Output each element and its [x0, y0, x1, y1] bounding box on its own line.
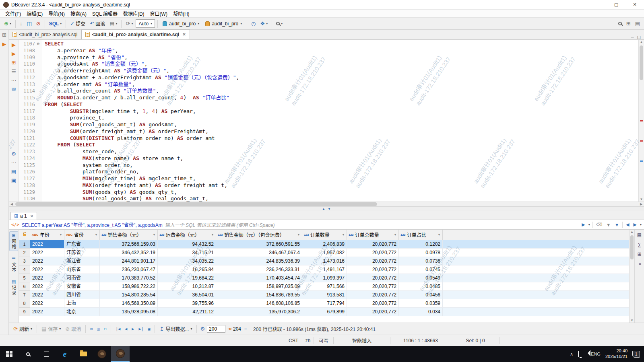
refresh-mode-button[interactable]: ⟳ ▾: [124, 20, 134, 27]
cell[interactable]: 154,800,285.54: [100, 291, 158, 299]
fold-marker-icon[interactable]: [35, 74, 41, 81]
cell[interactable]: 0.034: [399, 308, 443, 316]
apply-filter-icon[interactable]: ▶: [581, 222, 586, 227]
cell[interactable]: 2022: [30, 265, 64, 274]
code-line[interactable]: a.order_amt AS "订单数量",: [45, 81, 638, 88]
editor-vertical-scrollbar[interactable]: ▲ ▼: [638, 40, 644, 202]
cell[interactable]: 170,383,770.52: [100, 274, 158, 282]
database-selector[interactable]: audit_bi_pro ▾: [203, 19, 244, 28]
cell[interactable]: 山东省: [64, 265, 100, 274]
cell[interactable]: 20,020,772: [347, 265, 399, 274]
first-row-icon[interactable]: |◀: [114, 327, 122, 331]
fold-marker-icon[interactable]: [35, 175, 41, 182]
cell[interactable]: 36,504.01: [158, 291, 216, 299]
fold-marker-icon[interactable]: [35, 81, 41, 88]
close-tab-icon[interactable]: ✕: [182, 32, 186, 37]
cell[interactable]: 江苏省: [64, 249, 100, 257]
column-filter-icon[interactable]: ▼: [342, 233, 345, 237]
cell[interactable]: 146,608,106.85: [216, 299, 302, 308]
fold-marker-icon[interactable]: [35, 162, 41, 169]
scroll-left-icon[interactable]: ◀: [9, 202, 14, 206]
last-row-icon[interactable]: ▶|: [137, 327, 144, 331]
editor-horizontal-scrollbar[interactable]: ◀ ▶: [9, 202, 644, 206]
cell[interactable]: 安徽省: [64, 282, 100, 291]
cell[interactable]: 0.0359: [399, 299, 443, 308]
fold-marker-icon[interactable]: [35, 169, 41, 175]
column-header-8[interactable]: 123订单占比▼: [399, 230, 443, 240]
cell[interactable]: 20,020,772: [347, 308, 399, 316]
presentation-tab-2[interactable]: ☰文本: [10, 255, 18, 274]
scrollbar-track[interactable]: [14, 202, 638, 206]
output-panel-icon[interactable]: ▤: [11, 169, 16, 174]
cell[interactable]: 236,246,333.31: [216, 265, 302, 274]
fold-marker-icon[interactable]: [35, 128, 41, 135]
code-editor[interactable]: 1107⊖11081109111011111112111311141115111…: [19, 40, 638, 202]
cell[interactable]: 244,835,936.39: [216, 257, 302, 265]
code-line[interactable]: MAX(order_freight_amt) AS order_freight_…: [45, 182, 638, 189]
cell[interactable]: 20,020,772: [347, 291, 399, 299]
code-line[interactable]: system_order_no,: [45, 162, 638, 169]
app-button-1[interactable]: [93, 346, 111, 362]
scroll-up-icon[interactable]: ▲: [639, 40, 644, 44]
cell[interactable]: 20,020,772: [347, 257, 399, 265]
results-vertical-scrollbar[interactable]: ▲ ▼: [629, 230, 634, 323]
cell[interactable]: 0.0736: [399, 257, 443, 265]
perspective-db-button[interactable]: ▤: [634, 20, 642, 27]
dbeaver-taskbar-button[interactable]: [111, 346, 130, 362]
close-button[interactable]: ✕: [625, 0, 644, 9]
database-navigator-icon[interactable]: ▶: [2, 41, 6, 47]
erase-filter-icon[interactable]: ⌫: [595, 222, 603, 227]
cell[interactable]: 20,020,772: [347, 249, 399, 257]
cell[interactable]: 2022: [30, 291, 64, 299]
table-row[interactable]: 52022河南省170,383,770.5219,684.22170,403,4…: [19, 274, 629, 282]
export-data-button[interactable]: ↥ 导出数据... ▾: [158, 325, 193, 333]
menu-item[interactable]: 文件(F): [2, 9, 24, 18]
more-actions-icon[interactable]: ⋯: [11, 78, 17, 83]
search-button[interactable]: ▾: [275, 21, 284, 26]
file-explorer-button[interactable]: [74, 346, 93, 362]
cell[interactable]: 2022: [30, 249, 64, 257]
script-list-icon[interactable]: ☰: [11, 69, 16, 74]
table-row[interactable]: 92022北京135,928,095.0842,211.12135,970,30…: [19, 308, 629, 316]
menu-item[interactable]: 数据库(D): [120, 9, 147, 18]
cell[interactable]: 94,432.52: [158, 240, 216, 249]
cell[interactable]: 2022: [30, 274, 64, 282]
insert-mode-indicator[interactable]: 智能插入: [334, 335, 390, 346]
add-row-icon[interactable]: ⊞: [89, 327, 94, 331]
cell[interactable]: 0.0456: [399, 291, 443, 299]
internet-explorer-button[interactable]: e: [56, 346, 74, 362]
commit-button[interactable]: ✓ 提交: [68, 19, 87, 28]
row-number[interactable]: 4: [19, 265, 30, 274]
scroll-up-icon[interactable]: ▲: [630, 230, 634, 234]
fold-marker-icon[interactable]: [35, 88, 41, 95]
close-results-tab-icon[interactable]: ✕: [30, 214, 33, 218]
refresh-button[interactable]: ⟳ 刷新 ▾: [12, 325, 33, 333]
fold-marker-icon[interactable]: [35, 61, 41, 68]
menu-item[interactable]: 搜索(A): [68, 9, 89, 18]
menu-item[interactable]: SQL 编辑器: [89, 9, 120, 18]
start-button[interactable]: [0, 346, 19, 362]
fold-marker-icon[interactable]: [35, 182, 41, 189]
tx-mode-select[interactable]: Auto ▾: [136, 19, 155, 28]
row-number[interactable]: 6: [19, 282, 30, 291]
cell[interactable]: 20,020,772: [347, 274, 399, 282]
references-panel-icon[interactable]: ↠: [637, 261, 641, 267]
caret-position-indicator[interactable]: 1106 : 1 : 48663: [390, 335, 451, 346]
table-row[interactable]: 22022江苏省346,432,352.1934,715.21346,467,0…: [19, 249, 629, 257]
aggregate-panel-icon[interactable]: ∑: [638, 242, 641, 247]
execute-statement-icon[interactable]: ▶: [12, 42, 16, 47]
sql-editor-button[interactable]: SQL ▾: [47, 20, 64, 27]
cell[interactable]: 244,801,901.17: [100, 257, 158, 265]
cell[interactable]: 0.0549: [399, 274, 443, 282]
table-row[interactable]: 12022广东省372,566,159.0394,432.52372,660,5…: [19, 240, 629, 249]
fetch-all-icon[interactable]: ▣: [147, 327, 151, 331]
scroll-down-icon[interactable]: ▼: [639, 197, 644, 201]
collapse-down-icon[interactable]: ▼: [328, 207, 331, 211]
code-line[interactable]: SUM(real_goods_amt) AS real_goods_amt_t,: [45, 195, 638, 202]
fold-marker-icon[interactable]: [35, 142, 41, 148]
code-line[interactable]: a.goodsAmt + a.orderFreightAmt AS "销售金额（…: [45, 74, 638, 81]
network-tray-button[interactable]: [578, 352, 579, 356]
cell[interactable]: 1,957,082: [302, 249, 347, 257]
taskbar-clock[interactable]: 20:40 2025/10/21: [605, 348, 627, 360]
previous-row-icon[interactable]: ◀: [124, 327, 128, 331]
